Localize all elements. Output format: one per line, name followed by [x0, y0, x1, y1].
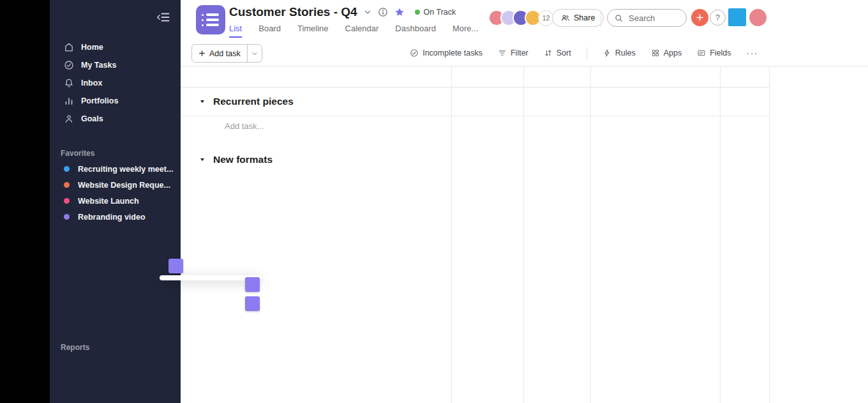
add-task-label: Add task [209, 49, 241, 58]
project-color-dot [64, 214, 70, 220]
sidebar-collapse-icon[interactable] [156, 11, 170, 23]
info-icon[interactable] [378, 7, 388, 17]
status-badge[interactable]: On Track [415, 8, 456, 17]
list-toolbar: Add task Incomplete tasksFilterSortRules… [181, 40, 868, 66]
sidebar-item-label: Portfolios [81, 96, 118, 105]
section-header-newformats[interactable]: New formats [181, 146, 769, 174]
favorite-item-rebranding-video[interactable]: Rebranding video [50, 209, 181, 225]
fields-icon [697, 49, 706, 57]
tab-calendar[interactable]: Calendar [345, 24, 379, 38]
letterbox-strip [0, 0, 50, 403]
favorite-item-label: Rebranding video [78, 213, 146, 222]
star-icon[interactable] [394, 7, 405, 17]
section-header-recurrent[interactable]: Recurrent pieces [181, 87, 769, 116]
bell-icon [64, 78, 74, 88]
toolbar-filter[interactable]: Filter [498, 49, 528, 57]
task-table: Recurrent pieces Add task... New formats [181, 87, 769, 174]
favorites-list: Recruiting weekly meet...Website Design … [50, 161, 181, 225]
tab-timeline[interactable]: Timeline [297, 24, 329, 38]
favorite-item-website-launch[interactable]: Website Launch [50, 193, 181, 209]
favorite-item-recruiting-weekly-meet[interactable]: Recruiting weekly meet... [50, 161, 181, 177]
search-box[interactable] [607, 9, 687, 27]
page-title: Customer Stories - Q4 [229, 5, 357, 19]
home-icon [64, 42, 74, 52]
toolbar-label: Incomplete tasks [423, 49, 483, 57]
toolbar-label: Sort [557, 49, 571, 57]
toolbar-fields[interactable]: Fields [697, 49, 731, 57]
favorite-item-website-design-reque[interactable]: Website Design Reque... [50, 177, 181, 193]
toolbar-divider [587, 47, 587, 59]
share-label: Share [574, 13, 595, 22]
project-color-dot [64, 198, 70, 204]
toolbar-apps[interactable]: Apps [651, 49, 682, 57]
annotation-step-2 [245, 277, 260, 292]
favorite-item-label: Recruiting weekly meet... [78, 165, 173, 174]
toolbar-more-icon[interactable]: ··· [747, 48, 759, 58]
chevron-down-icon[interactable] [364, 8, 371, 16]
sidebar-item-inbox[interactable]: Inbox [50, 74, 181, 92]
tab-board[interactable]: Board [258, 24, 281, 38]
search-input[interactable] [627, 13, 679, 24]
favorite-item-label: Website Design Reque... [78, 181, 170, 190]
topbar: Customer Stories - Q4 On Track ListBoard… [181, 0, 868, 40]
table-header [181, 66, 769, 87]
sidebar-nav: HomeMy TasksInboxPortfoliosGoals [50, 38, 181, 128]
check-circle-icon [64, 60, 74, 70]
sidebar-item-label: Inbox [81, 79, 102, 87]
help-button[interactable]: ? [710, 10, 726, 26]
chevron-down-icon [251, 50, 258, 57]
sidebar: HomeMy TasksInboxPortfoliosGoals Favorit… [50, 0, 181, 403]
favorite-item-label: Website Launch [78, 197, 139, 206]
status-label: On Track [424, 8, 456, 17]
favorites-header: Favorites [50, 146, 181, 161]
project-color-dot [64, 166, 70, 172]
add-task-row[interactable]: Add task... [181, 116, 769, 137]
toolbar-label: Apps [664, 49, 682, 57]
tab-more[interactable]: More... [453, 24, 478, 38]
bolt-icon [602, 49, 611, 57]
sidebar-item-my-tasks[interactable]: My Tasks [50, 56, 181, 74]
sidebar-item-label: My Tasks [81, 61, 116, 70]
triangle-down-icon [199, 156, 206, 163]
toolbar-sort[interactable]: Sort [544, 49, 571, 57]
main-area: Customer Stories - Q4 On Track ListBoard… [181, 0, 868, 403]
toolbar-label: Fields [710, 49, 731, 57]
sidebar-item-label: Home [81, 43, 103, 52]
toolbar-label: Filter [511, 49, 528, 57]
org-tile[interactable] [728, 8, 746, 26]
sidebar-item-home[interactable]: Home [50, 38, 181, 56]
toolbar-incomplete-tasks[interactable]: Incomplete tasks [410, 49, 483, 57]
plus-icon [696, 13, 704, 22]
create-button[interactable] [691, 9, 708, 26]
sort-icon [544, 49, 553, 57]
project-icon [196, 5, 225, 34]
project-color-dot [64, 182, 70, 188]
goal-icon [64, 114, 74, 124]
chart-icon [64, 96, 74, 106]
tab-dashboard[interactable]: Dashboard [395, 24, 436, 38]
share-button[interactable]: Share [552, 9, 604, 27]
toolbar-actions: Incomplete tasksFilterSortRulesAppsField… [410, 40, 758, 66]
check-circle-icon [410, 49, 419, 57]
user-avatar[interactable] [749, 9, 767, 26]
search-icon [615, 14, 623, 22]
triangle-down-icon [199, 98, 206, 105]
view-tabs: ListBoardTimelineCalendarDashboardMore..… [229, 24, 478, 38]
section-label: Recurrent pieces [213, 96, 294, 107]
toolbar-rules[interactable]: Rules [602, 49, 636, 57]
reports-header: Reports [50, 340, 181, 355]
sidebar-item-label: Goals [81, 114, 103, 123]
member-avatars[interactable]: 12 [488, 10, 554, 26]
annotation-step-1 [168, 259, 183, 273]
sidebar-item-portfolios[interactable]: Portfolios [50, 92, 181, 110]
apps-icon [651, 49, 660, 57]
add-task-button[interactable]: Add task [191, 44, 262, 63]
filter-icon [498, 49, 507, 57]
sidebar-item-goals[interactable]: Goals [50, 110, 181, 128]
toolbar-label: Rules [615, 49, 636, 57]
tab-list[interactable]: List [229, 24, 242, 38]
users-icon [561, 13, 570, 22]
topbar-divider [601, 10, 601, 27]
sidebar-favorites: Favorites Recruiting weekly meet...Websi… [50, 146, 181, 225]
section-label: New formats [213, 154, 273, 165]
